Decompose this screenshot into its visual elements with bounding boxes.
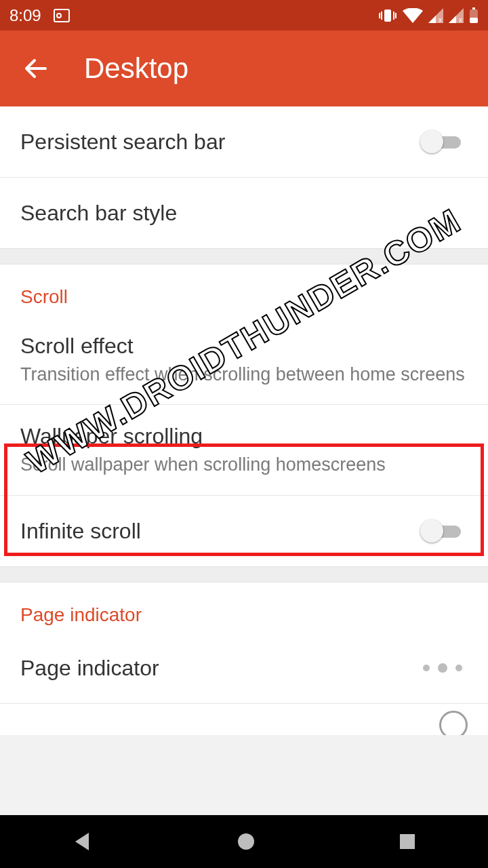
row-scroll-effect[interactable]: Scroll effect Transition effect when scr… bbox=[0, 315, 488, 404]
row-title: Wallpaper scrolling bbox=[20, 422, 468, 450]
row-page-indicator[interactable]: Page indicator bbox=[0, 633, 488, 703]
ring-icon bbox=[439, 711, 468, 735]
toggle-infinite-scroll[interactable] bbox=[420, 517, 468, 545]
page-indicator-preview bbox=[423, 663, 468, 673]
status-bar: 8:09 x x bbox=[0, 0, 488, 31]
section-gap bbox=[0, 248, 488, 264]
arrow-left-icon bbox=[22, 55, 49, 82]
row-search-bar-style[interactable]: Search bar style bbox=[0, 178, 488, 248]
signal-1-icon: x bbox=[428, 8, 443, 23]
app-bar: Desktop bbox=[0, 31, 488, 106]
section-general: Persistent search bar Search bar style bbox=[0, 106, 488, 248]
row-title: Page indicator bbox=[20, 654, 423, 682]
row-title: Persistent search bar bbox=[20, 128, 420, 155]
nav-recents-icon bbox=[398, 832, 417, 851]
card-icon bbox=[54, 9, 70, 22]
svg-rect-9 bbox=[400, 834, 415, 849]
page-title: Desktop bbox=[84, 52, 188, 85]
status-time: 8:09 bbox=[9, 6, 41, 25]
section-gap bbox=[0, 566, 488, 583]
nav-back-icon bbox=[71, 830, 94, 853]
row-persistent-search-bar[interactable]: Persistent search bar bbox=[0, 106, 488, 177]
battery-icon bbox=[469, 7, 479, 24]
row-title: Scroll effect bbox=[20, 332, 468, 359]
nav-recents-button[interactable] bbox=[398, 832, 417, 851]
section-page-indicator: Page indicator Page indicator bbox=[0, 583, 488, 735]
nav-home-button[interactable] bbox=[236, 831, 256, 852]
section-header-page-indicator: Page indicator bbox=[0, 583, 488, 633]
nav-back-button[interactable] bbox=[71, 830, 94, 853]
svg-rect-2 bbox=[384, 9, 391, 22]
svg-point-1 bbox=[57, 14, 61, 18]
row-infinite-scroll[interactable]: Infinite scroll bbox=[0, 496, 488, 566]
row-wallpaper-scrolling[interactable]: Wallpaper scrolling Scroll wallpaper whe… bbox=[0, 405, 488, 494]
row-cutoff[interactable] bbox=[0, 704, 488, 735]
svg-rect-5 bbox=[472, 7, 475, 9]
svg-point-8 bbox=[238, 833, 254, 850]
android-nav-bar bbox=[0, 815, 488, 868]
row-title: Infinite scroll bbox=[20, 517, 420, 545]
svg-rect-7 bbox=[470, 18, 478, 23]
vibrate-icon bbox=[378, 8, 397, 23]
row-title: Search bar style bbox=[20, 199, 468, 226]
back-button[interactable] bbox=[20, 53, 52, 84]
row-subtitle: Scroll wallpaper when scrolling homescre… bbox=[20, 452, 468, 477]
svg-text:x: x bbox=[439, 16, 442, 23]
toggle-persistent-search-bar[interactable] bbox=[420, 128, 468, 155]
section-scroll: Scroll Scroll effect Transition effect w… bbox=[0, 264, 488, 566]
wifi-icon bbox=[403, 8, 423, 23]
signal-2-icon: x bbox=[449, 8, 464, 23]
section-header-scroll: Scroll bbox=[0, 264, 488, 315]
row-subtitle: Transition effect when scrolling between… bbox=[20, 362, 468, 387]
svg-text:x: x bbox=[459, 16, 462, 23]
nav-home-icon bbox=[236, 831, 256, 852]
